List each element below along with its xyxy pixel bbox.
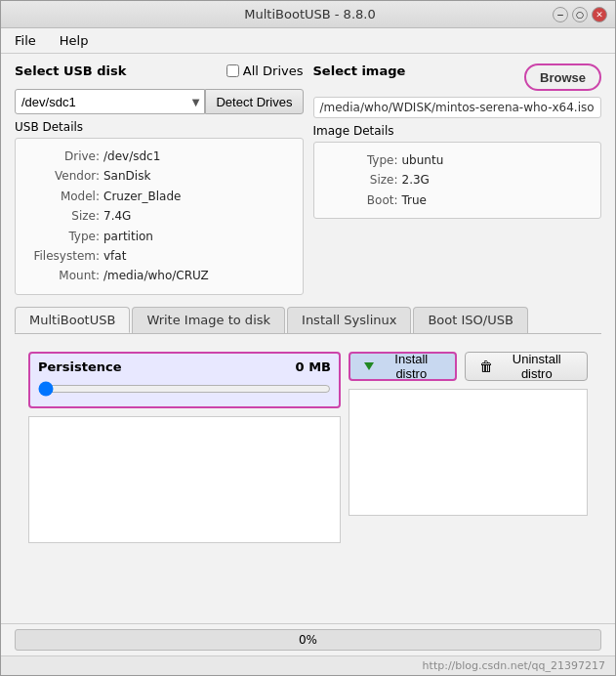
right-content-area (349, 389, 588, 516)
right-tab-panel: Install distro 🗑 Uninstall distro (349, 352, 588, 516)
main-window: MultiBootUSB - 8.8.0 − ○ ✕ File Help Sel… (0, 0, 616, 676)
drive-val: /dev/sdc1 (103, 147, 160, 166)
download-icon (364, 362, 374, 370)
img-size-val: 2.3G (402, 170, 430, 190)
img-boot-key: Boot: (324, 190, 402, 210)
img-size-row: Size: 2.3G (324, 170, 592, 190)
img-size-key: Size: (324, 170, 402, 190)
image-top-row: Select image Browse (313, 63, 602, 91)
window-controls: − ○ ✕ (553, 7, 607, 22)
detect-drives-button[interactable]: Detect Drives (205, 89, 303, 114)
persistence-slider[interactable] (38, 380, 331, 398)
img-boot-val: True (402, 190, 428, 210)
usb-dropdown-wrapper: /dev/sdc1 ▼ (15, 89, 205, 114)
model-key: Model: (25, 187, 103, 206)
usb-section-label: Select USB disk (15, 63, 126, 78)
tab-main-row: Persistence 0 MB Install distro (28, 352, 588, 543)
trash-icon: 🗑 (479, 359, 493, 374)
minimize-button[interactable]: − (553, 7, 568, 22)
filesystem-val: vfat (103, 246, 126, 266)
all-drives-label[interactable]: All Drives (226, 63, 304, 78)
persistence-section: Persistence 0 MB (28, 352, 341, 408)
footer-text: http://blog.csdn.net/qq_21397217 (423, 659, 605, 672)
model-val: Cruzer_Blade (103, 187, 181, 206)
image-details-label: Image Details (313, 124, 602, 138)
browse-button[interactable]: Browse (524, 63, 601, 91)
menubar: File Help (1, 28, 615, 54)
tab-content: Persistence 0 MB Install distro (15, 342, 601, 613)
drive-key: Drive: (25, 147, 103, 166)
drive-row: Drive: /dev/sdc1 (25, 147, 293, 166)
progress-bar: 0% (15, 629, 601, 651)
model-row: Model: Cruzer_Blade (25, 187, 293, 206)
install-distro-button[interactable]: Install distro (349, 352, 457, 381)
main-content: Select USB disk All Drives /dev/sdc1 ▼ D… (1, 54, 615, 623)
window-title: MultiBootUSB - 8.8.0 (67, 7, 553, 21)
size-val: 7.4G (103, 206, 131, 226)
type-val: partition (103, 227, 153, 246)
image-path: /media/who/WDISK/mintos-serena-who-x64.i… (313, 97, 602, 118)
left-content-area (28, 416, 341, 543)
titlebar: MultiBootUSB - 8.8.0 − ○ ✕ (1, 1, 615, 28)
mount-row: Mount: /media/who/CRUZ (25, 266, 293, 285)
uninstall-distro-button[interactable]: 🗑 Uninstall distro (465, 352, 588, 381)
img-type-val: ubuntu (402, 150, 444, 170)
vendor-row: Vendor: SanDisk (25, 166, 293, 186)
type-key: Type: (25, 227, 103, 246)
footer: http://blog.csdn.net/qq_21397217 (1, 655, 615, 675)
filesystem-key: Filesystem: (25, 246, 103, 266)
mount-key: Mount: (25, 266, 103, 285)
usb-panel: Select USB disk All Drives /dev/sdc1 ▼ D… (15, 63, 304, 295)
usb-details-box: Drive: /dev/sdc1 Vendor: SanDisk Model: … (15, 138, 304, 295)
persistence-value: 0 MB (296, 359, 331, 374)
top-section: Select USB disk All Drives /dev/sdc1 ▼ D… (15, 63, 601, 295)
filesystem-row: Filesystem: vfat (25, 246, 293, 266)
usb-drive-select[interactable]: /dev/sdc1 (15, 89, 205, 114)
menu-file[interactable]: File (9, 31, 42, 50)
size-row: Size: 7.4G (25, 206, 293, 226)
persistence-header: Persistence 0 MB (38, 359, 331, 374)
vendor-key: Vendor: (25, 166, 103, 186)
img-boot-row: Boot: True (324, 190, 592, 210)
maximize-button[interactable]: ○ (572, 7, 588, 22)
action-buttons: Install distro 🗑 Uninstall distro (349, 352, 588, 381)
menu-help[interactable]: Help (54, 31, 95, 50)
close-button[interactable]: ✕ (592, 7, 607, 22)
image-panel: Select image Browse /media/who/WDISK/min… (313, 63, 602, 295)
usb-details-label: USB Details (15, 120, 304, 134)
tab-boot-iso-usb[interactable]: Boot ISO/USB (413, 307, 527, 333)
tabs-bar: MultiBootUSB Write Image to disk Install… (15, 307, 601, 334)
persistence-label: Persistence (38, 359, 122, 374)
usb-controls: /dev/sdc1 ▼ Detect Drives (15, 89, 304, 114)
tab-install-syslinux[interactable]: Install Syslinux (287, 307, 411, 333)
progress-section: 0% (1, 623, 615, 655)
all-drives-checkbox[interactable] (226, 64, 239, 77)
tab-multibootusb[interactable]: MultiBootUSB (15, 307, 130, 333)
vendor-val: SanDisk (103, 166, 150, 186)
usb-top-row: Select USB disk All Drives (15, 63, 304, 83)
left-tab-panel: Persistence 0 MB (28, 352, 341, 543)
mount-val: /media/who/CRUZ (103, 266, 209, 285)
img-type-key: Type: (324, 150, 402, 170)
image-details-box: Type: ubuntu Size: 2.3G Boot: True (313, 142, 602, 219)
img-type-row: Type: ubuntu (324, 150, 592, 170)
tab-write-image[interactable]: Write Image to disk (132, 307, 285, 333)
progress-label: 0% (299, 633, 317, 647)
image-section-label: Select image (313, 63, 406, 78)
type-row: Type: partition (25, 227, 293, 246)
size-key: Size: (25, 206, 103, 226)
